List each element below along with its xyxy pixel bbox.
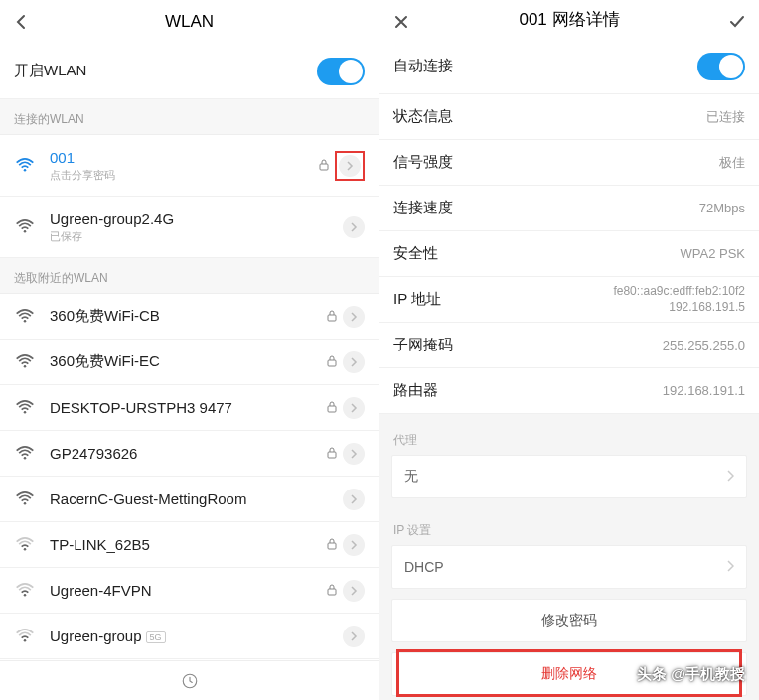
network-detail-list: 状态信息 已连接 信号强度 极佳 连接速度 72Mbps 安全性 WPA2 PS…: [380, 94, 759, 414]
nearby-network-row[interactable]: Ugreen-4FVPN: [0, 568, 379, 614]
detail-label: 安全性: [393, 244, 680, 263]
network-detail-pane: 001 网络详情 自动连接 状态信息 已连接 信号强度 极佳 连接速度 72Mb…: [380, 0, 759, 700]
wifi-label-group: 001 点击分享密码: [50, 149, 319, 183]
lock-icon: [327, 355, 337, 369]
nearby-network-row[interactable]: TP-LINK_62B5: [0, 522, 379, 568]
nearby-network-row[interactable]: RacernC-Guest-MettingRoom: [0, 477, 379, 522]
back-icon[interactable]: [0, 0, 44, 44]
chevron-right-icon[interactable]: [343, 216, 365, 238]
chevron-right-icon[interactable]: [343, 397, 365, 419]
history-bar[interactable]: [0, 660, 379, 700]
connected-network-row[interactable]: Ugreen-group2.4G 已保存: [0, 197, 379, 258]
wifi-subtitle: 已保存: [50, 229, 343, 244]
connected-network-row[interactable]: 001 点击分享密码: [0, 135, 379, 197]
wifi-icon: [14, 580, 36, 602]
wifi-name: Ugreen-group2.4G: [50, 210, 343, 227]
wifi-icon: [14, 306, 36, 328]
detail-value: 255.255.255.0: [663, 338, 745, 352]
chevron-right-icon[interactable]: [343, 626, 365, 647]
wifi-name: Ugreen-4FVPN: [50, 582, 327, 599]
highlight-box: [335, 151, 365, 181]
wifi-name: Ugreen-group5G: [50, 628, 343, 644]
svg-point-7: [24, 410, 27, 413]
detail-label: 子网掩码: [393, 336, 663, 354]
wifi-name: GP24793626: [50, 445, 327, 462]
chevron-right-icon[interactable]: [343, 351, 365, 373]
ip-settings-select[interactable]: DHCP: [391, 545, 747, 589]
wifi-label-group: Ugreen-group5G: [50, 628, 343, 644]
svg-rect-4: [328, 315, 336, 321]
chevron-right-icon[interactable]: [339, 155, 361, 177]
wifi-label-group: RacernC-Guest-MettingRoom: [50, 490, 343, 507]
nearby-network-row[interactable]: 360免费WiFi-CB: [0, 294, 379, 340]
detail-value: WPA2 PSK: [680, 246, 745, 261]
chevron-right-icon[interactable]: [343, 580, 365, 602]
nearby-network-row[interactable]: Ugreen-group5G: [0, 614, 379, 659]
svg-point-11: [24, 501, 27, 504]
lock-icon: [327, 401, 337, 415]
detail-row: 信号强度 极佳: [380, 140, 759, 186]
wifi-icon: [14, 626, 36, 647]
nearby-network-row[interactable]: 360免费WiFi-EC: [0, 340, 379, 385]
detail-header: 001 网络详情: [380, 0, 759, 39]
connected-network-list: 001 点击分享密码 Ugreen-group2.4G 已保存: [0, 135, 379, 258]
nearby-network-row[interactable]: GP24793626: [0, 431, 379, 477]
lock-icon: [327, 447, 337, 461]
svg-rect-13: [328, 543, 336, 549]
detail-value: 极佳: [719, 154, 745, 172]
svg-point-0: [24, 168, 27, 171]
wifi-name: 360免费WiFi-EC: [50, 352, 327, 371]
detail-title: 001 网络详情: [519, 8, 619, 31]
auto-connect-toggle[interactable]: [697, 53, 745, 80]
detail-row: 子网掩码 255.255.255.0: [380, 323, 759, 368]
svg-rect-10: [328, 452, 336, 458]
enable-wlan-row[interactable]: 开启WLAN: [0, 44, 379, 99]
wifi-label-group: TP-LINK_62B5: [50, 536, 327, 553]
enable-wlan-toggle[interactable]: [317, 58, 365, 85]
detail-row: 状态信息 已连接: [380, 94, 759, 140]
delete-network-button[interactable]: 删除网络: [391, 652, 747, 696]
nearby-network-row[interactable]: DESKTOP-URSTPH3 9477: [0, 385, 379, 431]
proxy-value: 无: [404, 468, 726, 486]
nearby-network-list: 360免费WiFi-CB 360免费WiFi-EC DESKTOP-URSTPH…: [0, 294, 379, 660]
chevron-right-icon: [726, 559, 734, 575]
wifi-name: TP-LINK_62B5: [50, 536, 327, 553]
chevron-right-icon[interactable]: [343, 534, 365, 556]
wlan-list-pane: WLAN 开启WLAN 连接的WLAN 001 点击分享密码 Ugreen-gr…: [0, 0, 380, 700]
chevron-right-icon[interactable]: [343, 306, 365, 328]
auto-connect-row[interactable]: 自动连接: [380, 39, 759, 94]
lock-icon: [327, 584, 337, 598]
detail-row: 路由器 192.168.191.1: [380, 368, 759, 414]
confirm-icon[interactable]: [715, 0, 759, 44]
close-icon[interactable]: [380, 0, 423, 44]
svg-rect-15: [328, 589, 336, 595]
detail-row: 连接速度 72Mbps: [380, 186, 759, 231]
band-badge: 5G: [146, 631, 166, 643]
wifi-name: DESKTOP-URSTPH3 9477: [50, 399, 327, 416]
wifi-name: 360免费WiFi-CB: [50, 307, 327, 326]
detail-label: 路由器: [393, 381, 663, 400]
svg-point-14: [24, 593, 27, 596]
svg-rect-6: [328, 360, 336, 366]
chevron-right-icon[interactable]: [343, 489, 365, 510]
delete-network-label: 删除网络: [541, 665, 597, 683]
connected-section-header: 连接的WLAN: [0, 99, 379, 135]
detail-row: IP 地址 fe80::aa9c:edff:feb2:10f2192.168.1…: [380, 277, 759, 323]
wifi-icon: [14, 216, 36, 238]
chevron-right-icon[interactable]: [343, 443, 365, 465]
svg-point-9: [24, 456, 27, 459]
wifi-label-group: Ugreen-4FVPN: [50, 582, 327, 599]
wifi-name: 001: [50, 149, 319, 166]
wifi-subtitle: 点击分享密码: [50, 168, 319, 183]
svg-rect-1: [320, 164, 328, 170]
proxy-select[interactable]: 无: [391, 455, 747, 498]
svg-point-16: [24, 638, 27, 641]
wifi-label-group: 360免费WiFi-EC: [50, 352, 327, 371]
svg-point-12: [24, 547, 27, 550]
detail-value: 192.168.191.1: [663, 383, 745, 398]
change-password-button[interactable]: 修改密码: [391, 599, 747, 642]
auto-connect-label: 自动连接: [393, 57, 697, 75]
detail-value: 已连接: [706, 108, 745, 126]
ip-settings-value: DHCP: [404, 559, 726, 575]
detail-value: fe80::aa9c:edff:feb2:10f2192.168.191.5: [613, 284, 745, 315]
